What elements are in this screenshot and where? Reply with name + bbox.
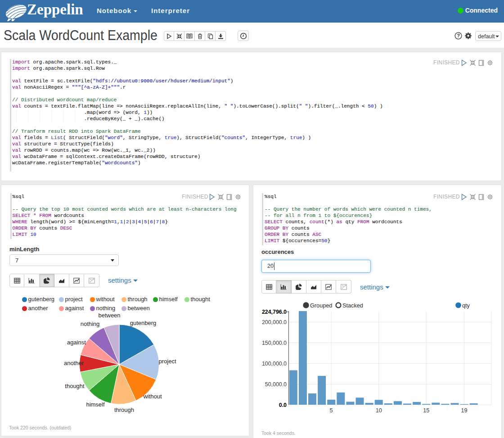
- svg-text:100,000.0: 100,000.0: [262, 361, 287, 367]
- svg-text:10: 10: [376, 407, 382, 414]
- svg-text:Stacked: Stacked: [342, 303, 363, 309]
- svg-text:19: 19: [461, 407, 468, 414]
- svg-text:15: 15: [423, 407, 429, 414]
- svg-text:Grouped: Grouped: [310, 303, 332, 309]
- svg-text:50,000.0: 50,000.0: [265, 381, 287, 388]
- svg-text:5: 5: [329, 407, 333, 414]
- svg-text:0.0: 0.0: [279, 402, 287, 408]
- svg-text:224,796.0: 224,796.0: [262, 309, 287, 315]
- svg-text:150,000.0: 150,000.0: [262, 340, 287, 346]
- svg-text:200,000.0: 200,000.0: [262, 319, 287, 325]
- svg-text:qty: qty: [462, 303, 470, 309]
